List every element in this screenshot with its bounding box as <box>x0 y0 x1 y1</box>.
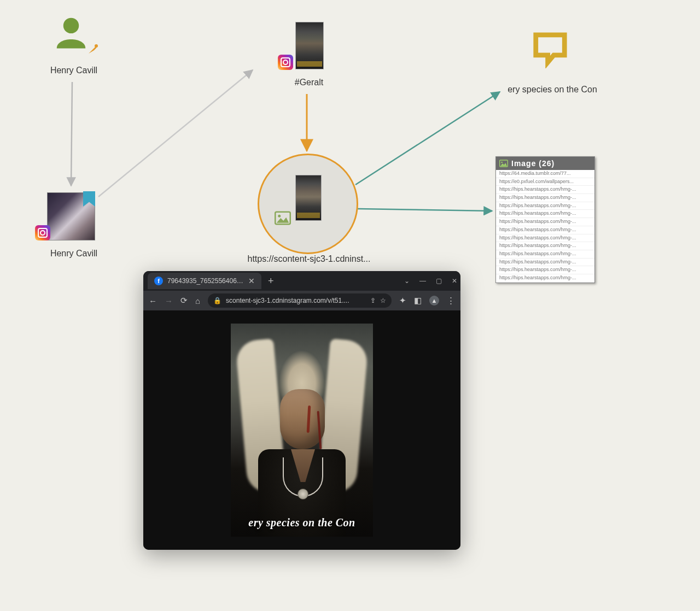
new-tab-button[interactable]: + <box>268 275 274 287</box>
browser-viewport[interactable]: ery species on the Con <box>143 310 460 550</box>
lock-icon: 🔒 <box>213 297 221 304</box>
content-image: ery species on the Con <box>231 324 373 537</box>
image-panel-row[interactable]: https://hips.hearstapps.com/hmg-... <box>496 218 594 226</box>
person-label: Henry Cavill <box>38 66 109 75</box>
tab-title: 79643935_765255640659950_37... <box>167 277 244 285</box>
image-list-panel[interactable]: Image (26) https://64.media.tumblr.com/7… <box>495 156 595 283</box>
profile-avatar[interactable]: ▲ <box>429 296 439 306</box>
pin-icon <box>86 43 100 56</box>
hashtag-thumbnail <box>295 22 324 69</box>
svg-point-6 <box>95 44 98 48</box>
hashtag-label: #Geralt <box>276 78 342 87</box>
image-panel-row[interactable]: https://hips.hearstapps.com/hmg-... <box>496 210 594 218</box>
image-caption: ery species on the Con <box>231 516 373 529</box>
image-panel-title: Image (26) <box>511 159 555 168</box>
window-maximize-button[interactable]: ▢ <box>436 277 442 285</box>
image-panel-header: Image (26) <box>496 157 594 170</box>
image-panel-row[interactable]: https://hips.hearstapps.com/hmg-... <box>496 226 594 234</box>
nav-home-button[interactable]: ⌂ <box>195 296 200 306</box>
image-panel-row[interactable]: https://hips.hearstapps.com/hmg-... <box>496 274 594 283</box>
image-icon <box>499 160 508 167</box>
window-close-button[interactable]: ✕ <box>452 277 457 285</box>
image-panel-row[interactable]: https://e0.pxfuel.com/wallpapers... <box>496 178 594 186</box>
image-panel-row[interactable]: https://64.media.tumblr.com/77... <box>496 170 594 178</box>
center-label: https://scontent-sjc3-1.cdninst... <box>224 254 394 264</box>
svg-line-3 <box>355 92 500 185</box>
browser-tabbar: f 79643935_765255640659950_37... ✕ + ⌄ ―… <box>143 271 460 291</box>
image-panel-row[interactable]: https://hips.hearstapps.com/hmg-... <box>496 258 594 267</box>
nav-reload-button[interactable]: ⟳ <box>180 296 188 306</box>
menu-icon[interactable]: ⋮ <box>447 296 455 306</box>
chat-label: ery species on the Con <box>492 85 612 95</box>
image-panel-row[interactable]: https://hips.hearstapps.com/hmg-... <box>496 186 594 194</box>
browser-toolbar: ← → ⟳ ⌂ 🔒 scontent-sjc3-1.cdninstagram.c… <box>143 291 460 310</box>
window-dropdown-icon[interactable]: ⌄ <box>404 277 410 285</box>
graph-canvas[interactable]: Henry Cavill #Geralt Henry Cavill ery sp… <box>0 0 700 611</box>
image-icon <box>275 211 291 225</box>
image-panel-row[interactable]: https://hips.hearstapps.com/hmg-... <box>496 202 594 210</box>
address-bar[interactable]: 🔒 scontent-sjc3-1.cdninstagram.com/v/t51… <box>208 293 392 308</box>
person-icon <box>52 14 90 52</box>
side-panel-icon[interactable]: ◧ <box>414 296 422 306</box>
extensions-icon[interactable]: ✦ <box>399 296 406 306</box>
svg-line-4 <box>358 209 492 211</box>
center-thumbnail <box>295 175 322 221</box>
star-icon[interactable]: ☆ <box>380 297 386 304</box>
tab-close-button[interactable]: ✕ <box>248 277 255 285</box>
instagram-icon <box>278 55 293 70</box>
image-panel-row[interactable]: https://hips.hearstapps.com/hmg-... <box>496 194 594 202</box>
photo-entity-label: Henry Cavill <box>38 249 109 258</box>
image-panel-row[interactable]: https://hips.hearstapps.com/hmg-... <box>496 266 594 274</box>
image-panel-row[interactable]: https://hips.hearstapps.com/hmg-... <box>496 234 594 243</box>
url-text: scontent-sjc3-1.cdninstagram.com/v/t51..… <box>226 297 366 304</box>
image-panel-row[interactable]: https://hips.hearstapps.com/hmg-... <box>496 242 594 250</box>
svg-point-8 <box>278 215 281 218</box>
svg-line-0 <box>71 82 72 186</box>
browser-tab[interactable]: f 79643935_765255640659950_37... ✕ <box>148 273 261 289</box>
instagram-icon <box>35 225 50 240</box>
svg-point-10 <box>501 162 503 163</box>
share-icon[interactable]: ⇪ <box>370 297 376 304</box>
browser-window[interactable]: f 79643935_765255640659950_37... ✕ + ⌄ ―… <box>143 271 460 550</box>
chat-icon[interactable] <box>531 30 569 68</box>
window-minimize-button[interactable]: ― <box>419 277 426 285</box>
image-panel-row[interactable]: https://hips.hearstapps.com/hmg-... <box>496 250 594 258</box>
nav-forward-button[interactable]: → <box>165 296 173 306</box>
svg-point-5 <box>63 18 79 33</box>
svg-line-1 <box>98 70 253 197</box>
nav-back-button[interactable]: ← <box>149 296 157 306</box>
facebook-favicon: f <box>154 277 163 285</box>
